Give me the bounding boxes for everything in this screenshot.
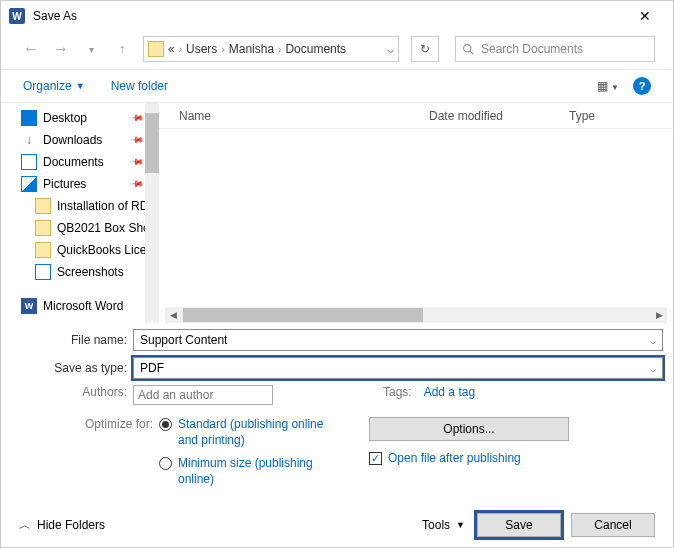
- close-button[interactable]: ✕: [625, 2, 665, 30]
- svg-point-0: [464, 44, 471, 51]
- help-button[interactable]: ?: [633, 77, 651, 95]
- options-button[interactable]: Options...: [369, 417, 569, 441]
- col-modified[interactable]: Date modified: [429, 109, 569, 123]
- horizontal-scrollbar[interactable]: ◀ ▶: [165, 307, 667, 323]
- hide-folders-toggle[interactable]: ︿ Hide Folders: [19, 517, 105, 534]
- savetype-label: Save as type:: [11, 361, 133, 375]
- sidebar-item[interactable]: Documents📌: [21, 151, 159, 173]
- add-tag-link[interactable]: Add a tag: [424, 385, 475, 399]
- desktop-icon: [21, 110, 37, 126]
- search-icon: [462, 43, 475, 56]
- window-title: Save As: [33, 9, 77, 23]
- sidebar: ▲ Desktop📌↓Downloads📌Documents📌Pictures📌…: [1, 103, 159, 323]
- nav-up[interactable]: ↑: [113, 40, 131, 58]
- sidebar-item-label: Documents: [43, 155, 104, 169]
- col-name[interactable]: Name: [179, 109, 429, 123]
- radio-minimum[interactable]: Minimum size (publishing online): [159, 456, 339, 487]
- folder-icon: [35, 198, 51, 214]
- sidebar-item[interactable]: Installation of RD: [21, 195, 159, 217]
- sidebar-item[interactable]: Desktop📌: [21, 107, 159, 129]
- open-after-checkbox[interactable]: ✓ Open file after publishing: [369, 451, 663, 465]
- sidebar-scroll-thumb[interactable]: [145, 113, 159, 173]
- tools-menu[interactable]: Tools▼: [422, 518, 465, 532]
- sidebar-item-label: Screenshots: [57, 265, 124, 279]
- sidebar-item-label: Pictures: [43, 177, 86, 191]
- pin-icon: 📌: [130, 177, 145, 192]
- pin-icon: 📌: [130, 155, 145, 170]
- filename-label: File name:: [11, 333, 133, 347]
- scroll-right[interactable]: ▶: [651, 307, 667, 323]
- tags-label: Tags:: [383, 385, 418, 399]
- sidebar-item[interactable]: QuickBooks Lice: [21, 239, 159, 261]
- folder-icon: [35, 242, 51, 258]
- word-icon: W: [21, 298, 37, 314]
- nav-recent-caret[interactable]: ▾: [79, 37, 103, 61]
- pin-icon: 📌: [130, 133, 145, 148]
- ss-icon: [35, 264, 51, 280]
- search-placeholder: Search Documents: [481, 42, 583, 56]
- optimize-label: Optimize for:: [11, 417, 159, 495]
- checkbox-icon: ✓: [369, 452, 382, 465]
- col-type[interactable]: Type: [569, 109, 595, 123]
- nav-forward[interactable]: →: [49, 37, 73, 61]
- filename-input[interactable]: Support Content⌵: [133, 329, 663, 351]
- new-folder-button[interactable]: New folder: [111, 79, 168, 93]
- organize-menu[interactable]: Organize▼: [23, 79, 85, 93]
- sidebar-item-label: QB2021 Box Sho: [57, 221, 150, 235]
- word-app-icon: W: [9, 8, 25, 24]
- sidebar-item[interactable]: QB2021 Box Sho: [21, 217, 159, 239]
- sidebar-item-label: QuickBooks Lice: [57, 243, 146, 257]
- sidebar-item[interactable]: WMicrosoft Word: [21, 295, 159, 317]
- pin-icon: 📌: [130, 111, 145, 126]
- refresh-button[interactable]: ↻: [411, 36, 439, 62]
- radio-icon: [159, 418, 172, 431]
- scroll-left[interactable]: ◀: [165, 307, 181, 323]
- svg-line-1: [470, 51, 473, 54]
- h-scroll-thumb[interactable]: [183, 308, 423, 322]
- bc-prefix: «: [168, 42, 175, 56]
- down-icon: ↓: [21, 132, 37, 148]
- sidebar-item-label: Desktop: [43, 111, 87, 125]
- doc-icon: [21, 154, 37, 170]
- sidebar-item[interactable]: Pictures📌: [21, 173, 159, 195]
- sidebar-item[interactable]: Screenshots: [21, 261, 159, 283]
- sidebar-item-label: Downloads: [43, 133, 102, 147]
- savetype-select[interactable]: PDF⌵: [133, 357, 663, 379]
- save-button[interactable]: Save: [477, 513, 561, 537]
- bc-item[interactable]: Users: [186, 42, 217, 56]
- folder-icon: [35, 220, 51, 236]
- pic-icon: [21, 176, 37, 192]
- file-list: Name Date modified Type ◀ ▶: [159, 103, 673, 323]
- radio-icon: [159, 457, 172, 470]
- nav-back[interactable]: ←: [19, 37, 43, 61]
- authors-input[interactable]: [133, 385, 273, 405]
- sidebar-item[interactable]: ↓Downloads📌: [21, 129, 159, 151]
- cancel-button[interactable]: Cancel: [571, 513, 655, 537]
- search-input[interactable]: Search Documents: [455, 36, 655, 62]
- view-mode-button[interactable]: ▦ ▼: [597, 79, 619, 93]
- chevron-up-icon: ︿: [19, 517, 31, 534]
- radio-standard[interactable]: Standard (publishing online and printing…: [159, 417, 339, 448]
- folder-icon: [148, 41, 164, 57]
- sidebar-item-label: Installation of RD: [57, 199, 148, 213]
- authors-label: Authors:: [11, 385, 133, 399]
- bc-dropdown[interactable]: ⌵: [387, 42, 394, 56]
- bc-item[interactable]: Manisha: [229, 42, 274, 56]
- bc-item[interactable]: Documents: [285, 42, 346, 56]
- breadcrumb[interactable]: « › Users › Manisha › Documents ⌵: [143, 36, 399, 62]
- sidebar-item-label: Microsoft Word: [43, 299, 123, 313]
